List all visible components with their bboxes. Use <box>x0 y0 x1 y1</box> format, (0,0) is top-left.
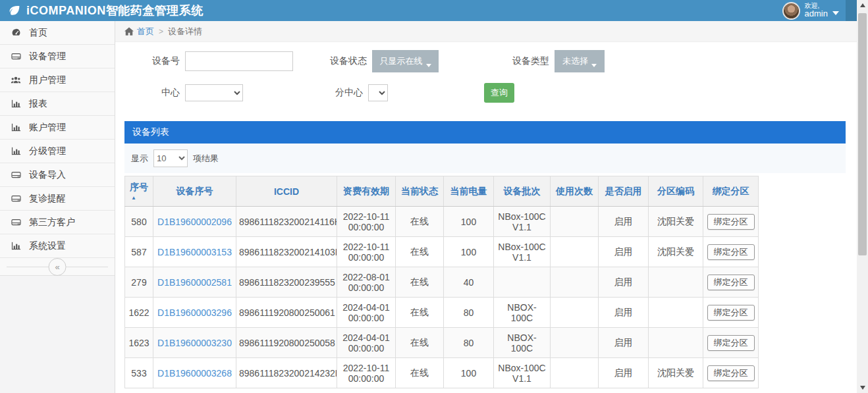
topbar-end-strip <box>846 0 857 21</box>
bind-partition-button[interactable]: 绑定分区 <box>707 335 755 351</box>
users-icon <box>11 75 21 85</box>
device-type-dropdown[interactable]: 未选择 <box>555 50 605 72</box>
cell-expiry: 2022-10-11 00:00:00 <box>337 207 396 237</box>
sidebar-item-device-import[interactable]: 设备导入 <box>0 163 115 187</box>
cell-iccid: 8986111920800250061 <box>236 298 337 328</box>
search-button[interactable]: 查询 <box>484 83 514 103</box>
sidebar-item-label: 首页 <box>29 27 47 39</box>
user-name: admin <box>805 9 828 18</box>
vertical-scrollbar[interactable] <box>857 0 868 393</box>
sidebar-item-label: 系统设置 <box>29 240 66 252</box>
sidebar-item-system-settings[interactable]: 系统设置 <box>0 234 115 258</box>
breadcrumb-home-label[interactable]: 首页 <box>137 26 154 38</box>
subcenter-select[interactable] <box>368 84 388 101</box>
cell-partition <box>649 328 703 358</box>
column-header-5[interactable]: 当前电量 <box>444 176 494 207</box>
device-serial-link[interactable]: D1B19600002096 <box>157 217 232 227</box>
table-header-row: 序号▲设备序号ICCID资费有效期当前状态当前电量设备批次使用次数是否启用分区编… <box>125 176 759 207</box>
device-status-dropdown[interactable]: 只显示在线 <box>372 50 439 72</box>
cell-index: 580 <box>125 207 153 237</box>
cell-battery: 80 <box>444 298 494 328</box>
bind-partition-button[interactable]: 绑定分区 <box>707 275 755 290</box>
cell-partition: 沈阳关爱 <box>649 358 703 388</box>
cell-expiry: 2024-04-01 00:00:00 <box>337 298 396 328</box>
device-serial-link[interactable]: D1B19600003296 <box>157 307 232 318</box>
scroll-up-arrow-icon[interactable] <box>857 0 868 11</box>
bind-partition-button[interactable]: 绑定分区 <box>707 214 755 230</box>
table-row: 1623D1B196000032308986111920800250058202… <box>125 328 759 358</box>
leaf-icon <box>8 4 21 17</box>
device-serial-link[interactable]: D1B19600003230 <box>157 338 232 348</box>
cell-expiry: 2024-04-01 00:00:00 <box>337 328 396 358</box>
page-size-select[interactable]: 10 <box>153 149 188 167</box>
bind-partition-button[interactable]: 绑定分区 <box>707 305 755 321</box>
center-select[interactable] <box>185 84 243 101</box>
main-content: 首页 > 设备详情 设备号 设备状态 只显示在线 设备类型 未选择 <box>115 21 857 393</box>
cell-batch: NBOX-100C <box>494 298 551 328</box>
sidebar-item-user-mgmt[interactable]: 用户管理 <box>0 68 115 92</box>
sidebar-item-label: 设备导入 <box>29 169 66 181</box>
hdd-icon <box>11 51 21 61</box>
device-serial-link[interactable]: D1B19600002581 <box>157 277 232 288</box>
sidebar-item-level-mgmt[interactable]: 分级管理 <box>0 140 115 163</box>
scroll-down-arrow-icon[interactable] <box>857 382 868 393</box>
avatar[interactable] <box>782 2 800 20</box>
column-header-8[interactable]: 是否启用 <box>599 176 649 207</box>
breadcrumb-home-link[interactable]: 首页 <box>124 26 154 38</box>
column-header-7[interactable]: 使用次数 <box>551 176 599 207</box>
breadcrumb-current: 设备详情 <box>168 26 202 38</box>
column-header-0[interactable]: 序号▲ <box>125 176 153 207</box>
cell-status: 在线 <box>396 207 444 237</box>
center-label: 中心 <box>148 87 180 99</box>
column-header-9[interactable]: 分区编码 <box>649 176 703 207</box>
sidebar-item-home[interactable]: 首页 <box>0 21 115 45</box>
bind-partition-button[interactable]: 绑定分区 <box>707 365 755 381</box>
cell-enabled: 启用 <box>599 328 649 358</box>
sidebar-collapse-button[interactable]: « <box>0 258 115 276</box>
show-label: 显示 <box>131 153 148 165</box>
device-list-panel: 设备列表 显示 10 项结果 序号▲设备序号ICCID资费有效期当前状态当前电量… <box>124 121 846 388</box>
cell-status: 在线 <box>396 328 444 358</box>
sidebar-item-device-mgmt[interactable]: 设备管理 <box>0 45 115 68</box>
device-no-input[interactable] <box>185 51 293 71</box>
cell-battery: 100 <box>444 207 494 237</box>
scrollbar-thumb[interactable] <box>858 13 867 255</box>
bind-partition-button[interactable]: 绑定分区 <box>707 244 755 260</box>
hdd-icon <box>11 170 21 180</box>
cell-battery: 100 <box>444 358 494 388</box>
user-menu[interactable]: 欢迎, admin <box>782 0 846 21</box>
cell-usage <box>551 328 599 358</box>
collapse-left-icon[interactable]: « <box>49 258 67 276</box>
cell-enabled: 启用 <box>599 358 649 388</box>
sidebar-item-reports[interactable]: 报表 <box>0 92 115 116</box>
column-header-4[interactable]: 当前状态 <box>396 176 444 207</box>
hdd-icon <box>11 194 21 203</box>
sort-asc-icon: ▲ <box>128 196 150 201</box>
hdd-icon <box>11 217 21 227</box>
column-header-2[interactable]: ICCID <box>236 176 337 207</box>
column-header-3[interactable]: 资费有效期 <box>337 176 396 207</box>
chevron-down-icon <box>591 64 597 67</box>
column-header-6[interactable]: 设备批次 <box>494 176 551 207</box>
filter-form: 设备号 设备状态 只显示在线 设备类型 未选择 中心 分中心 查询 <box>115 42 857 103</box>
app-title: iCOMPANION智能药盒管理系统 <box>26 3 203 18</box>
device-serial-link[interactable]: D1B19600003153 <box>157 247 232 257</box>
sidebar-item-account-mgmt[interactable]: 账户管理 <box>0 116 115 140</box>
chevron-down-icon <box>832 11 839 15</box>
cell-iccid: 8986111823200214103H <box>236 237 337 267</box>
column-header-1[interactable]: 设备序号 <box>153 176 236 207</box>
cell-action: 绑定分区 <box>703 267 759 298</box>
cell-index: 533 <box>125 358 153 388</box>
bar-chart-icon <box>11 122 21 132</box>
sidebar-item-third-party[interactable]: 第三方客户 <box>0 211 115 234</box>
device-serial-link[interactable]: D1B19600003268 <box>157 368 232 379</box>
column-header-10[interactable]: 绑定分区 <box>703 176 759 207</box>
cell-action: 绑定分区 <box>703 237 759 267</box>
cell-battery: 40 <box>444 267 494 298</box>
cell-serial: D1B19600002581 <box>153 267 236 298</box>
sidebar-item-revisit-reminder[interactable]: 复诊提醒 <box>0 187 115 211</box>
sidebar-menu: 首页设备管理用户管理报表账户管理分级管理设备导入复诊提醒第三方客户系统设置 <box>0 21 115 258</box>
cell-enabled: 启用 <box>599 207 649 237</box>
bar-chart-icon <box>11 146 21 156</box>
cell-index: 1622 <box>125 298 153 328</box>
